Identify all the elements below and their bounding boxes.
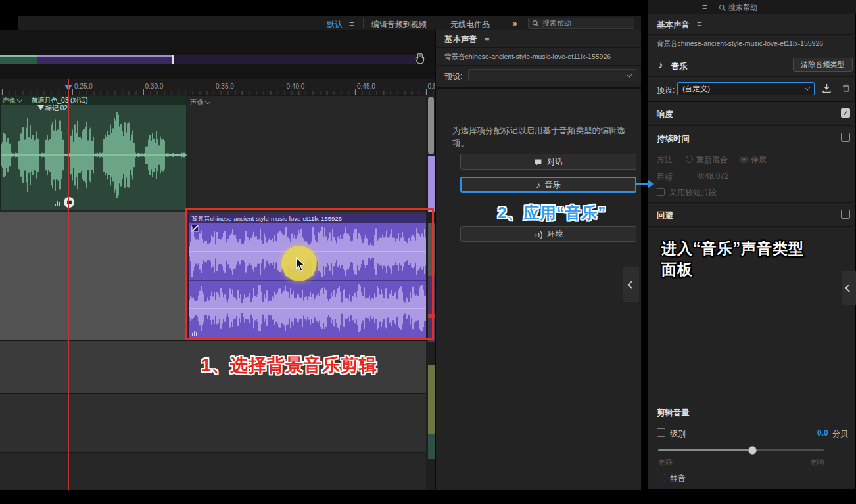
- level-checkbox[interactable]: [657, 428, 665, 437]
- navigator-view-range[interactable]: [37, 55, 173, 64]
- dialogue-type-button[interactable]: 对话: [460, 154, 636, 170]
- workspace-overflow-icon[interactable]: »: [513, 19, 517, 28]
- method-remix-radio[interactable]: [686, 156, 693, 163]
- divider: [648, 101, 856, 102]
- clip-volume-section-label: 剪辑音量: [657, 407, 690, 419]
- ducking-checkbox[interactable]: [841, 210, 850, 219]
- annotation-step3-line2: 面板: [661, 259, 804, 280]
- marker-label: 标记 02: [45, 104, 68, 113]
- hand-tool-icon[interactable]: [414, 51, 426, 64]
- method-stretch-label: 伸展: [751, 154, 767, 166]
- search-icon: [532, 20, 539, 27]
- ruler-label: 0:40.0: [287, 83, 305, 90]
- music-note-icon: ♪: [658, 59, 663, 70]
- clear-audio-type-button[interactable]: 清除音频类型: [793, 58, 853, 72]
- mute-label: 静音: [670, 473, 686, 484]
- preset-label: 预设:: [657, 85, 675, 96]
- chevron-down-icon: [627, 72, 632, 77]
- cursor-highlight: [281, 246, 317, 281]
- preset-dropdown[interactable]: (自定义): [677, 82, 815, 95]
- timeline-navigator: [0, 30, 435, 79]
- ambience-icon: [534, 229, 543, 239]
- preset-value: (自定义): [682, 84, 710, 94]
- duration-section-label: 持续时间: [657, 133, 690, 145]
- workspace-tab-default[interactable]: 默认: [327, 19, 343, 30]
- help-search-input[interactable]: 搜索帮助: [528, 18, 634, 29]
- panel-menu-icon[interactable]: ≡: [485, 34, 490, 43]
- divider: [435, 87, 641, 89]
- dialogue-badge[interactable]: [64, 197, 74, 208]
- annotation-step2: 2、应用“音乐”: [498, 202, 606, 223]
- ruler-label: 0:45.0: [357, 83, 375, 90]
- minimap-purple-segment: [428, 156, 435, 212]
- navigator-handle[interactable]: [172, 55, 174, 64]
- playhead-line[interactable]: [68, 79, 69, 490]
- level-slider-handle[interactable]: [748, 446, 757, 455]
- mute-checkbox[interactable]: [657, 474, 665, 482]
- ruler-major-tick: [426, 89, 427, 95]
- search-placeholder: 搜索帮助: [542, 18, 571, 28]
- method-remix-label: 重新混合: [696, 154, 728, 166]
- annotation-step3-line1: 进入“音乐”声音类型: [661, 238, 804, 259]
- panel-hint-text: 为选择项分配标记以启用基于音频类型的编辑选项。: [452, 125, 634, 150]
- timeline-ruler[interactable]: 0:25.00:30.00:35.00:40.00:45.00:50.0: [0, 79, 435, 95]
- pan-label-left: 声像: [3, 97, 22, 104]
- minimap-olive-segment: [428, 365, 435, 434]
- ambience-type-button[interactable]: 环境: [460, 226, 636, 242]
- music-type-button[interactable]: ♪ 音乐: [460, 177, 636, 193]
- audio-type-label: 音乐: [671, 61, 688, 72]
- level-value: 0.0: [817, 428, 828, 438]
- partial-toolbar: ≡ 搜索帮助: [648, 0, 856, 14]
- essential-sound-panel: [435, 30, 641, 490]
- dialogue-type-label: 对话: [547, 156, 563, 168]
- annotation-step1: 1、选择背景音乐剪辑: [201, 354, 377, 377]
- ruler-label: 0:25.0: [74, 83, 93, 90]
- louder-label: 更响: [810, 457, 824, 467]
- quieter-label: 更静: [658, 457, 673, 467]
- panel-collapse-button[interactable]: [623, 267, 639, 302]
- workspace-menu-icon[interactable]: ≡: [349, 19, 354, 29]
- marker-flag-icon[interactable]: [37, 105, 44, 110]
- music-note-icon: ♪: [536, 179, 540, 190]
- panel-title: 基本声音: [444, 34, 477, 45]
- panel-menu-icon[interactable]: ≡: [697, 19, 702, 29]
- dialogue-clip[interactable]: 声像 荷塘月色_03 (对话): [0, 95, 187, 210]
- save-preset-icon[interactable]: [822, 83, 832, 93]
- track-lane-5: [0, 452, 435, 490]
- ducking-section-label: 回避: [657, 210, 673, 221]
- chevron-left-icon: [627, 281, 636, 289]
- chevron-left-icon: [845, 284, 853, 292]
- app-screen: 默认 ≡ 编辑音频到视频 无线电作品 » 搜索帮助 0:25.00:30.00:…: [0, 0, 856, 504]
- music-type-label: 音乐: [545, 179, 561, 191]
- separator: [442, 18, 442, 28]
- automation-icon[interactable]: [55, 200, 61, 206]
- duration-checkbox[interactable]: [841, 133, 850, 142]
- method-stretch-radio[interactable]: [740, 156, 748, 163]
- shorter-segments-checkbox[interactable]: [657, 188, 665, 196]
- level-slider-track[interactable]: [658, 449, 824, 451]
- workspace-tab-edit-audio[interactable]: 编辑音频到视频: [371, 19, 427, 30]
- vertical-scrollbar[interactable]: [428, 97, 434, 154]
- dialogue-clip-title: 荷塘月色_03 (对话): [32, 97, 88, 104]
- dialogue-clip-header: 声像 荷塘月色_03 (对话): [1, 96, 186, 105]
- divider: [648, 202, 856, 203]
- speech-bubble-icon: [534, 158, 542, 166]
- panel-collapse-button[interactable]: [842, 271, 856, 305]
- navigator-clip-green[interactable]: [0, 55, 37, 64]
- ruler-label: 0:30.0: [145, 83, 164, 90]
- delete-preset-icon[interactable]: [842, 83, 851, 93]
- chevron-down-icon[interactable]: [205, 99, 210, 104]
- separator: [363, 18, 364, 28]
- divider: [648, 125, 856, 126]
- menu-icon: ≡: [702, 2, 707, 12]
- chevron-down-icon[interactable]: [17, 97, 22, 102]
- ruler-minor-ticks: [0, 91, 435, 95]
- annotation-connector-line: [635, 183, 648, 185]
- preset-dropdown[interactable]: [468, 69, 636, 81]
- annotation-step3: 进入“音乐”声音类型 面板: [661, 238, 804, 280]
- workspace-tab-radio[interactable]: 无线电作品: [450, 19, 490, 30]
- mouse-cursor-icon: [295, 257, 308, 273]
- method-label: 方法: [657, 154, 673, 166]
- loudness-checkbox[interactable]: ✓: [841, 108, 850, 118]
- divider: [648, 34, 856, 35]
